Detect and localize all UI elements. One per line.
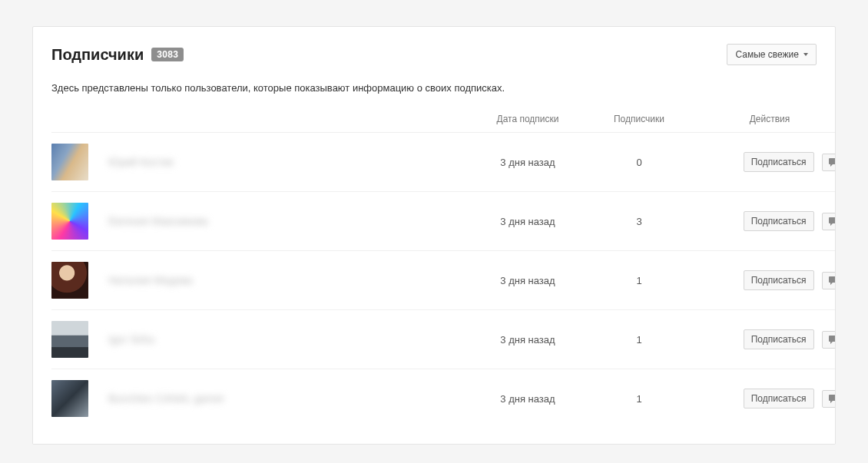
subscribe-button[interactable]: Подписаться: [744, 329, 814, 349]
subscriber-count: 0: [589, 133, 689, 192]
col-user: [51, 104, 466, 133]
table-row: Наталия Медова 3 дня назад 1 Подписаться: [51, 251, 836, 310]
chat-icon: [829, 336, 836, 344]
chat-icon: [829, 217, 836, 226]
avatar[interactable]: [51, 321, 88, 358]
subscribe-button[interactable]: Подписаться: [744, 152, 814, 172]
col-actions: Действия: [689, 104, 836, 133]
panel-header: Подписчики 3083 Самые свежие: [51, 44, 817, 65]
subscribe-date: 3 дня назад: [466, 369, 589, 428]
sort-label: Самые свежие: [735, 49, 799, 60]
subscribe-date: 3 дня назад: [466, 310, 589, 369]
avatar[interactable]: [51, 203, 88, 240]
user-name[interactable]: Bunchies CANAL gamer: [108, 392, 224, 405]
col-subscribers: Подписчики: [589, 104, 689, 133]
table-row: Евгения Максимова 3 дня назад 3 Подписат…: [51, 192, 836, 251]
subscribe-date: 3 дня назад: [466, 251, 589, 310]
subscribe-date: 3 дня назад: [466, 192, 589, 251]
chat-icon: [829, 276, 836, 285]
table-row: Юрий Костик 3 дня назад 0 Подписаться: [51, 133, 836, 192]
user-name[interactable]: Евгения Максимова: [108, 215, 208, 227]
avatar[interactable]: [51, 262, 88, 299]
table-row: Igor Sirbu 3 дня назад 1 Подписаться: [51, 310, 836, 369]
subscribe-button[interactable]: Подписаться: [744, 389, 814, 408]
message-button[interactable]: [822, 390, 836, 408]
subscriber-count: 1: [589, 369, 689, 428]
chat-icon: [829, 395, 836, 403]
subscribe-button[interactable]: Подписаться: [744, 211, 814, 231]
subscribe-date: 3 дня назад: [466, 133, 589, 192]
message-button[interactable]: [822, 272, 836, 289]
user-name[interactable]: Igor Sirbu: [108, 333, 155, 346]
message-button[interactable]: [822, 331, 836, 349]
col-date: Дата подписки: [466, 104, 589, 133]
subscribers-count-badge: 3083: [151, 48, 184, 61]
description-text: Здесь представлены только пользователи, …: [51, 82, 817, 94]
avatar[interactable]: [51, 380, 88, 417]
subscriber-count: 1: [589, 251, 689, 310]
caret-down-icon: [803, 53, 808, 56]
message-button[interactable]: [822, 154, 836, 171]
sort-dropdown[interactable]: Самые свежие: [727, 44, 817, 65]
subscribe-button[interactable]: Подписаться: [744, 270, 814, 290]
table-row: Bunchies CANAL gamer 3 дня назад 1 Подпи…: [51, 369, 836, 428]
message-button[interactable]: [822, 213, 836, 230]
user-name[interactable]: Наталия Медова: [108, 274, 192, 286]
avatar[interactable]: [51, 144, 88, 180]
subscribers-table: Дата подписки Подписчики Действия Юрий К…: [51, 104, 836, 428]
subscriber-count: 3: [589, 192, 689, 251]
subscriber-count: 1: [589, 310, 689, 369]
subscribers-panel: Подписчики 3083 Самые свежие Здесь предс…: [32, 26, 836, 445]
user-name[interactable]: Юрий Костик: [108, 156, 174, 168]
page-title: Подписчики: [51, 46, 144, 64]
chat-icon: [829, 158, 836, 167]
